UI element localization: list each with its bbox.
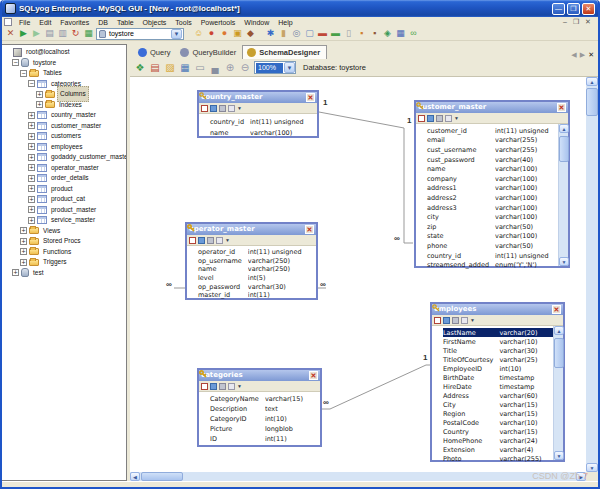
scroll-left-icon[interactable]: ◀ — [130, 472, 140, 481]
orange-ball-icon[interactable]: ● — [219, 28, 230, 39]
table-close-icon[interactable]: ✕ — [306, 93, 315, 102]
zoom-dropdown-icon[interactable]: ▼ — [284, 62, 295, 73]
menu-table[interactable]: Table — [113, 19, 138, 26]
table-title-bar[interactable]: country_master✕ — [199, 92, 317, 103]
brown-box-icon[interactable]: ▪ — [369, 28, 380, 39]
zoom-in-icon[interactable]: ⊕ — [224, 62, 236, 74]
foreign-key-icon[interactable] — [207, 237, 214, 244]
user-icon[interactable]: ☺ — [193, 28, 204, 39]
table-close-icon[interactable]: ✕ — [305, 225, 314, 234]
grid-icon[interactable]: ▦ — [395, 28, 406, 39]
mug-icon[interactable]: ▮ — [278, 28, 289, 39]
menu-tools[interactable]: Tools — [171, 19, 195, 26]
new-schema-icon[interactable]: ❖ — [134, 62, 146, 74]
expand-icon[interactable]: + — [20, 259, 27, 266]
columns-icon[interactable] — [201, 105, 208, 112]
table-close-icon[interactable]: ✕ — [557, 103, 566, 112]
red-card-icon[interactable]: ▬ — [317, 28, 328, 39]
schema-canvas[interactable]: country_master✕▼country_idint(11) unsign… — [130, 77, 586, 472]
foreign-key-icon[interactable] — [452, 317, 459, 324]
link-icon[interactable]: ∞ — [408, 28, 419, 39]
expand-icon[interactable]: + — [28, 112, 35, 119]
expand-icon[interactable]: + — [28, 122, 35, 129]
minimize-button[interactable]: — — [552, 3, 565, 15]
table-country_master[interactable]: country_master✕▼country_idint(11) unsign… — [197, 90, 319, 138]
menu-help[interactable]: Help — [274, 19, 296, 26]
table-title-bar[interactable]: customer_master✕ — [416, 102, 568, 113]
expand-icon[interactable]: + — [28, 196, 35, 203]
table-options-icon[interactable] — [228, 383, 235, 390]
execute-all-icon[interactable]: ▶ — [31, 28, 42, 39]
foreign-key-icon[interactable] — [436, 115, 443, 122]
copy-window-icon[interactable]: ▤ — [44, 28, 55, 39]
execute-query-icon[interactable]: ▶ — [18, 28, 29, 39]
print-icon[interactable]: ▄ — [209, 62, 221, 74]
tree-item-service-master[interactable]: +service_master — [2, 215, 126, 226]
menu-favorites[interactable]: Favorites — [56, 19, 93, 26]
expand-icon[interactable]: + — [28, 154, 35, 161]
engine-dropdown-icon[interactable]: ✱ — [265, 28, 276, 39]
menu-edit[interactable]: Edit — [35, 19, 55, 26]
expand-icon[interactable]: + — [28, 206, 35, 213]
menu-file[interactable]: File — [15, 19, 34, 26]
expand-icon[interactable]: + — [28, 143, 35, 150]
table-title-bar[interactable]: categories✕ — [199, 370, 320, 381]
collapse-icon[interactable]: − — [20, 70, 27, 77]
expand-icon[interactable]: + — [12, 269, 19, 276]
expand-icon[interactable]: + — [36, 91, 43, 98]
scroll-down-icon[interactable]: ▼ — [554, 451, 564, 460]
columns-icon[interactable] — [189, 237, 196, 244]
card-icon[interactable]: ▭ — [194, 62, 206, 74]
table-employees[interactable]: employees✕▼LastNamevarchar(20)FirstNamev… — [430, 302, 565, 462]
tab-schemadesigner[interactable]: SchemaDesigner — [242, 45, 327, 59]
tab-query[interactable]: Query — [134, 46, 176, 59]
menu-powertools[interactable]: Powertools — [197, 19, 240, 26]
canvas-vertical-scrollbar[interactable]: ▲▼ — [586, 77, 598, 472]
expand-icon[interactable]: + — [28, 185, 35, 192]
table-close-icon[interactable]: ✕ — [552, 305, 561, 314]
export-image-icon[interactable]: ▤ — [149, 62, 161, 74]
jar-icon[interactable]: ◆ — [245, 28, 256, 39]
scroll-thumb[interactable] — [559, 136, 569, 162]
page-icon[interactable]: ▯ — [343, 28, 354, 39]
columns-icon[interactable] — [201, 383, 208, 390]
table-scrollbar[interactable]: ▲▼ — [553, 326, 563, 460]
table-scrollbar[interactable]: ▲▼ — [558, 124, 568, 266]
tree-item-root-localhost[interactable]: root@localhost — [2, 47, 126, 58]
window-dropdown-icon[interactable]: ▢ — [304, 28, 315, 39]
expand-icon[interactable]: + — [20, 238, 27, 245]
tree-item-triggers[interactable]: +Triggers — [2, 257, 126, 268]
refresh-icon[interactable]: ↻ — [70, 28, 81, 39]
mdi-window-controls[interactable]: ‒ ❐ ✕ — [563, 18, 596, 26]
scroll-up-icon[interactable]: ▲ — [559, 124, 569, 133]
scroll-down-icon[interactable]: ▼ — [559, 257, 569, 266]
combo-dropdown-icon[interactable]: ▼ — [171, 29, 182, 39]
red-ball-icon[interactable]: ● — [206, 28, 217, 39]
expand-icon[interactable]: + — [28, 164, 35, 171]
table-categories[interactable]: categories✕▼CategoryNamevarchar(15)Descr… — [197, 368, 322, 447]
tab-prev-icon[interactable]: ◀ — [571, 51, 576, 59]
columns-icon[interactable] — [418, 115, 425, 122]
find-user-icon[interactable]: ◎ — [291, 28, 302, 39]
expand-icon[interactable]: + — [28, 175, 35, 182]
table-options-icon[interactable] — [445, 115, 452, 122]
foreign-key-icon[interactable] — [219, 383, 226, 390]
expand-icon[interactable]: + — [36, 101, 43, 108]
expand-icon[interactable]: + — [20, 227, 27, 234]
collapse-icon[interactable]: − — [12, 59, 19, 66]
scroll-thumb[interactable] — [141, 472, 183, 481]
zoom-out-icon[interactable]: ⊖ — [239, 62, 251, 74]
zoom-combobox[interactable]: 100%▼ — [254, 61, 296, 74]
table-operator_master[interactable]: operator_master✕▼operator_idint(11) unsi… — [185, 222, 318, 300]
table-menu-dropdown-icon[interactable]: ▼ — [225, 237, 230, 244]
scroll-up-icon[interactable]: ▲ — [554, 326, 564, 335]
orange-box-icon[interactable]: ▪ — [356, 28, 367, 39]
table-menu-dropdown-icon[interactable]: ▼ — [237, 105, 242, 112]
table-customer_master[interactable]: customer_master✕▼customer_idint(11) unsi… — [414, 100, 570, 268]
scroll-thumb[interactable] — [554, 338, 564, 368]
menu-db[interactable]: DB — [94, 19, 112, 26]
tab-next-icon[interactable]: ▶ — [580, 51, 585, 59]
expand-icon[interactable]: + — [28, 217, 35, 224]
save-window-icon[interactable]: ▥ — [57, 28, 68, 39]
collapse-icon[interactable]: − — [28, 80, 35, 87]
